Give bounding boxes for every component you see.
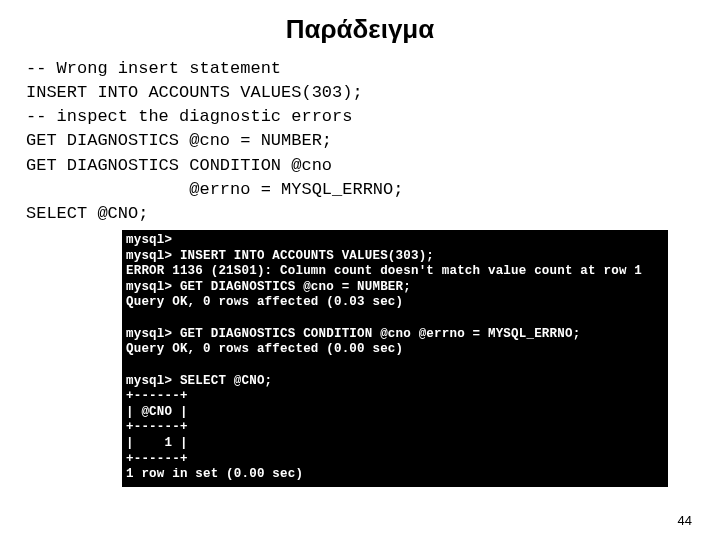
terminal-line: | 1 | [126,436,188,450]
code-line: @errno = MYSQL_ERRNO; [26,180,403,199]
terminal-line: 1 row in set (0.00 sec) [126,467,303,481]
terminal-line: +------+ [126,452,188,466]
code-line: INSERT INTO ACCOUNTS VALUES(303); [26,83,363,102]
terminal-line: ERROR 1136 (21S01): Column count doesn't… [126,264,642,278]
sql-code-block: -- Wrong insert statement INSERT INTO AC… [26,57,696,226]
slide-container: Παράδειγμα -- Wrong insert statement INS… [0,0,720,540]
page-number: 44 [678,513,692,528]
terminal-output: mysql> mysql> INSERT INTO ACCOUNTS VALUE… [122,230,668,487]
slide-title: Παράδειγμα [24,14,696,45]
terminal-line: | @CNO | [126,405,188,419]
terminal-line: mysql> [126,233,172,247]
terminal-line: mysql> GET DIAGNOSTICS @cno = NUMBER; [126,280,411,294]
terminal-line: Query OK, 0 rows affected (0.03 sec) [126,295,403,309]
code-line: -- inspect the diagnostic errors [26,107,352,126]
terminal-line: Query OK, 0 rows affected (0.00 sec) [126,342,403,356]
terminal-line: mysql> INSERT INTO ACCOUNTS VALUES(303); [126,249,434,263]
terminal-line: mysql> GET DIAGNOSTICS CONDITION @cno @e… [126,327,580,341]
terminal-line: +------+ [126,420,188,434]
terminal-line: +------+ [126,389,188,403]
code-line: SELECT @CNO; [26,204,148,223]
code-line: GET DIAGNOSTICS CONDITION @cno [26,156,332,175]
terminal-line: mysql> SELECT @CNO; [126,374,272,388]
code-line: -- Wrong insert statement [26,59,281,78]
code-line: GET DIAGNOSTICS @cno = NUMBER; [26,131,332,150]
